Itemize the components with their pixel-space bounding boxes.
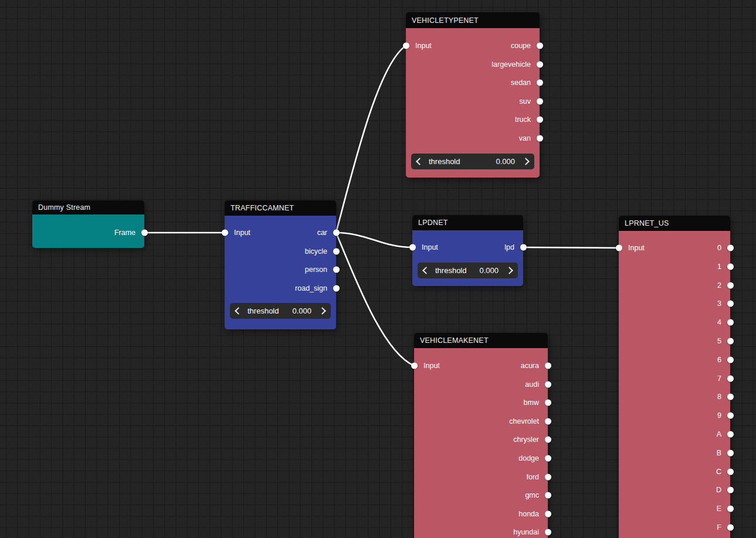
input-input-port[interactable] <box>616 245 622 251</box>
port-row: Inputlpd <box>412 241 523 253</box>
wire-trafficcamnet-car-to-lpdnet-Input[interactable] <box>336 233 412 247</box>
Frame-output-port[interactable] <box>141 230 148 236</box>
port-row: Inputacura <box>414 360 548 372</box>
output-port-label: chrysler <box>513 435 548 444</box>
6-output-port[interactable] <box>727 356 734 363</box>
node-body: Inputlpdthreshold0.000 <box>412 230 523 286</box>
F-output-port[interactable] <box>727 525 734 531</box>
node-vehicletypenet[interactable]: VEHICLETYPENETInputcoupelargevehicleseda… <box>406 12 540 178</box>
person-output-port[interactable] <box>333 267 340 273</box>
output-port-label: honda <box>518 510 548 518</box>
gmc-output-port[interactable] <box>545 492 551 499</box>
node-header[interactable]: TRAFFICCAMNET <box>225 200 336 216</box>
5-output-port[interactable] <box>727 338 734 345</box>
honda-output-port[interactable] <box>545 510 551 517</box>
port-row: road_sign <box>225 282 336 294</box>
chevron-left-icon[interactable] <box>416 158 423 165</box>
wire-trafficcamnet-car-to-vehiclemakenet-Input[interactable] <box>336 233 414 366</box>
4-output-port[interactable] <box>727 319 734 326</box>
port-row: 4 <box>619 316 730 328</box>
input-port-label: Input <box>406 42 432 50</box>
1-output-port[interactable] <box>727 263 734 270</box>
wire-lpdnet-lpd-to-lprnet_us-Input[interactable] <box>523 247 619 248</box>
node-title: TRAFFICCAMNET <box>230 204 294 212</box>
port-row: dodge <box>414 452 548 464</box>
node-lpdnet[interactable]: LPDNETInputlpdthreshold0.000 <box>412 215 523 286</box>
B-output-port[interactable] <box>727 450 734 456</box>
2-output-port[interactable] <box>727 282 734 288</box>
E-output-port[interactable] <box>727 506 734 512</box>
node-lprnet_us[interactable]: LPRNET_USInput0123456789ABCDEF <box>619 216 730 538</box>
port-row: 9 <box>619 410 730 421</box>
port-row: Frame <box>32 227 144 239</box>
port-row: chevrolet <box>414 416 548 427</box>
chevron-left-icon[interactable] <box>235 307 242 315</box>
node-vehiclemakenet[interactable]: VEHICLEMAKENETInputacuraaudibmwchevrolet… <box>414 333 548 538</box>
acura-output-port[interactable] <box>545 363 551 369</box>
port-row: 1 <box>619 261 730 273</box>
0-output-port[interactable] <box>727 245 734 251</box>
node-body: Inputacuraaudibmwchevroletchryslerdodgef… <box>414 348 548 538</box>
port-row: 7 <box>619 373 730 384</box>
port-row: Inputcoupe <box>406 40 540 52</box>
largevehicle-output-port[interactable] <box>537 61 543 67</box>
chrysler-output-port[interactable] <box>545 437 551 443</box>
chevrolet-output-port[interactable] <box>545 418 551 424</box>
port-row: truck <box>406 114 540 125</box>
widget-value[interactable]: 0.000 <box>496 157 515 166</box>
port-row: C <box>619 466 730 478</box>
3-output-port[interactable] <box>727 301 734 307</box>
input-input-port[interactable] <box>403 43 409 49</box>
port-row: 3 <box>619 298 730 309</box>
chevron-right-icon[interactable] <box>506 267 513 274</box>
chevron-right-icon[interactable] <box>318 307 326 315</box>
node-header[interactable]: VEHICLETYPENET <box>406 12 540 28</box>
port-row: Input0 <box>619 242 730 254</box>
ford-output-port[interactable] <box>545 474 551 480</box>
road_sign-output-port[interactable] <box>333 285 340 292</box>
input-input-port[interactable] <box>411 363 418 369</box>
A-output-port[interactable] <box>727 431 734 438</box>
node-header[interactable]: LPDNET <box>412 215 523 230</box>
graph-canvas[interactable]: Dummy StreamFrameTRAFFICCAMNETInputcarbi… <box>0 0 756 538</box>
output-port-label: bicycle <box>305 247 336 256</box>
node-header[interactable]: Dummy Stream <box>32 200 144 214</box>
suv-output-port[interactable] <box>537 98 543 104</box>
node-dummy_stream[interactable]: Dummy StreamFrame <box>32 200 144 248</box>
node-body: Inputcoupelargevehiclesedansuvtruckvanth… <box>406 28 540 178</box>
9-output-port[interactable] <box>727 413 734 419</box>
hyundai-output-port[interactable] <box>545 529 551 536</box>
car-output-port[interactable] <box>333 230 340 236</box>
chevron-left-icon[interactable] <box>422 267 430 274</box>
7-output-port[interactable] <box>727 375 734 382</box>
C-output-port[interactable] <box>727 468 734 475</box>
bmw-output-port[interactable] <box>545 400 551 406</box>
node-trafficcamnet[interactable]: TRAFFICCAMNETInputcarbicyclepersonroad_s… <box>225 200 336 329</box>
input-input-port[interactable] <box>222 230 228 236</box>
wire-trafficcamnet-car-to-vehicletypenet-Input[interactable] <box>336 46 406 233</box>
audi-output-port[interactable] <box>545 381 551 387</box>
input-input-port[interactable] <box>409 244 416 251</box>
8-output-port[interactable] <box>727 394 734 400</box>
port-row: 8 <box>619 391 730 403</box>
widget-value[interactable]: 0.000 <box>479 266 499 275</box>
input-port-label: Input <box>414 362 440 370</box>
port-row: audi <box>414 379 548 390</box>
node-header[interactable]: LPRNET_US <box>619 216 730 231</box>
chevron-right-icon[interactable] <box>522 158 530 165</box>
van-output-port[interactable] <box>537 135 543 142</box>
threshold-widget: threshold0.000 <box>230 303 331 319</box>
bicycle-output-port[interactable] <box>333 248 340 254</box>
coupe-output-port[interactable] <box>537 43 543 49</box>
sedan-output-port[interactable] <box>537 80 543 86</box>
output-port-label: road_sign <box>295 284 336 292</box>
lpd-output-port[interactable] <box>520 244 527 251</box>
node-header[interactable]: VEHICLEMAKENET <box>414 333 548 348</box>
truck-output-port[interactable] <box>537 117 543 123</box>
D-output-port[interactable] <box>727 487 734 493</box>
node-body: Input0123456789ABCDEF <box>619 231 730 538</box>
widget-value[interactable]: 0.000 <box>292 307 311 315</box>
widget-label: threshold <box>435 266 466 275</box>
threshold-widget: threshold0.000 <box>418 263 518 278</box>
dodge-output-port[interactable] <box>545 455 551 462</box>
